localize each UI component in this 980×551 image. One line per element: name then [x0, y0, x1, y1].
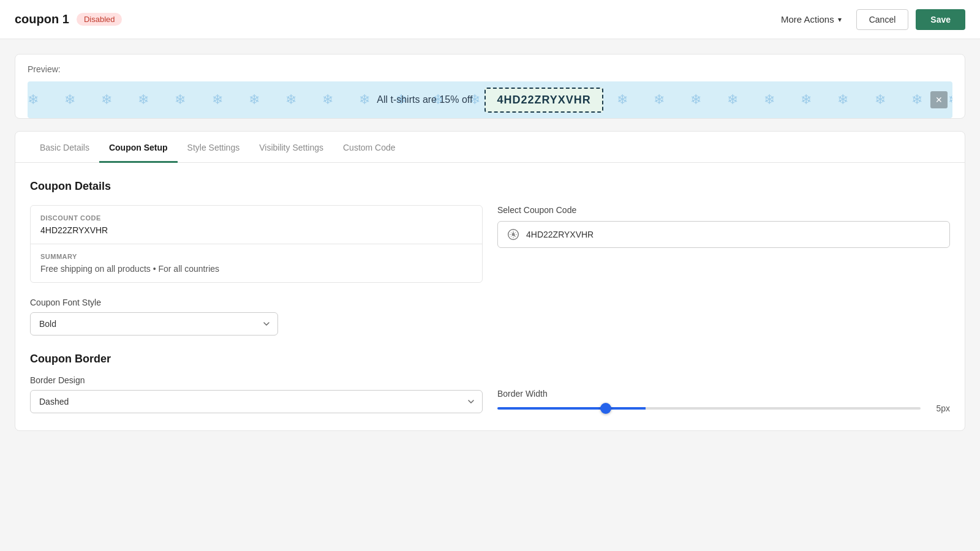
discount-code-label: DISCOUNT CODE	[40, 214, 472, 222]
coupon-details-layout: DISCOUNT CODE 4HD22ZRYXVHR SUMMARY Free …	[30, 205, 950, 335]
banner-text: All t-shirts are 15% off	[377, 94, 472, 105]
border-width-slider-container: 5px	[497, 403, 950, 413]
save-button[interactable]: Save	[916, 9, 965, 30]
tabs-nav: Basic Details Coupon Setup Style Setting…	[15, 132, 965, 163]
main-content: Preview: All t-shirts are 15% off 4HD22Z…	[0, 39, 980, 446]
more-actions-label: More Actions	[781, 14, 834, 24]
coupon-info-column: DISCOUNT CODE 4HD22ZRYXVHR SUMMARY Free …	[30, 205, 483, 335]
coupon-code-column: Select Coupon Code 4HD22ZRYXVHR	[497, 205, 950, 335]
preview-label: Preview:	[28, 64, 952, 74]
border-design-label: Border Design	[30, 375, 483, 385]
preview-banner: All t-shirts are 15% off 4HD22ZRYXVHR ✕	[28, 81, 952, 118]
border-width-column: Border Width 5px	[497, 389, 950, 413]
coupon-info-box: DISCOUNT CODE 4HD22ZRYXVHR SUMMARY Free …	[30, 205, 483, 283]
banner-content: All t-shirts are 15% off 4HD22ZRYXVHR	[377, 88, 603, 113]
preview-card: Preview: All t-shirts are 15% off 4HD22Z…	[15, 54, 965, 119]
tab-custom-code[interactable]: Custom Code	[333, 132, 405, 163]
header: coupon 1 Disabled More Actions ▾ Cancel …	[0, 0, 980, 39]
page-title: coupon 1	[15, 12, 69, 26]
border-width-label: Border Width	[497, 389, 950, 399]
status-badge: Disabled	[77, 13, 123, 26]
discount-code-value: 4HD22ZRYXVHR	[40, 225, 472, 235]
discount-code-row: DISCOUNT CODE 4HD22ZRYXVHR	[31, 206, 482, 244]
coupon-select-input[interactable]: 4HD22ZRYXVHR	[497, 221, 950, 248]
coupon-select-value: 4HD22ZRYXVHR	[526, 230, 594, 239]
select-coupon-label: Select Coupon Code	[497, 205, 950, 215]
tab-basic-details[interactable]: Basic Details	[30, 132, 99, 163]
font-style-select[interactable]: Bold Normal Italic Bold Italic	[30, 312, 278, 335]
border-width-slider[interactable]	[497, 407, 921, 410]
font-style-label: Coupon Font Style	[30, 298, 483, 307]
coupon-details-title: Coupon Details	[30, 180, 950, 193]
coupon-gear-icon	[507, 228, 520, 241]
tab-style-settings[interactable]: Style Settings	[178, 132, 250, 163]
close-preview-button[interactable]: ✕	[930, 91, 948, 108]
header-actions: More Actions ▾ Cancel Save	[774, 9, 965, 30]
summary-label: SUMMARY	[40, 253, 472, 260]
summary-value: Free shipping on all products • For all …	[40, 264, 472, 274]
coupon-code-display: 4HD22ZRYXVHR	[484, 88, 603, 113]
chevron-down-icon: ▾	[838, 15, 842, 24]
details-card: Basic Details Coupon Setup Style Setting…	[15, 131, 965, 431]
cancel-button[interactable]: Cancel	[856, 9, 909, 30]
svg-point-1	[512, 233, 515, 236]
tab-visibility-settings[interactable]: Visibility Settings	[249, 132, 333, 163]
border-design-select[interactable]: Dashed None Solid Dotted	[30, 390, 483, 413]
border-layout: Border Design Dashed None Solid Dotted B…	[30, 375, 950, 413]
summary-row: SUMMARY Free shipping on all products • …	[31, 244, 482, 282]
border-width-value: 5px	[928, 403, 950, 413]
coupon-border-section: Coupon Border Border Design Dashed None …	[30, 353, 950, 413]
border-design-column: Border Design Dashed None Solid Dotted	[30, 375, 483, 413]
more-actions-button[interactable]: More Actions ▾	[774, 9, 849, 29]
coupon-border-title: Coupon Border	[30, 353, 950, 365]
font-style-section: Coupon Font Style Bold Normal Italic Bol…	[30, 298, 483, 335]
tab-content: Coupon Details DISCOUNT CODE 4HD22ZRYXVH…	[15, 163, 965, 430]
tab-coupon-setup[interactable]: Coupon Setup	[99, 132, 178, 163]
